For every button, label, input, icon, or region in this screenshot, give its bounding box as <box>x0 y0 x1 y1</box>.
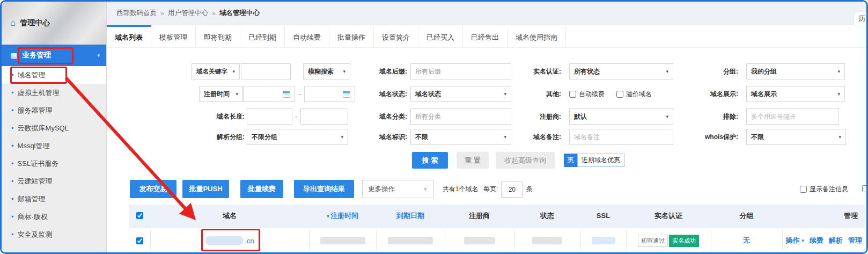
suffix-input[interactable] <box>410 63 511 79</box>
tab-guide[interactable]: 域名使用指南 <box>507 25 566 47</box>
registrar-select[interactable]: 默认 ▾ <box>569 108 673 125</box>
sidebar-item-label: 云建站管理 <box>18 177 53 186</box>
sidebar-item-label: 邮箱管理 <box>18 194 46 204</box>
col-expire-date[interactable]: 到期日期 <box>376 205 445 227</box>
bullet-icon: • <box>11 177 14 185</box>
publish-trade-button[interactable]: 发布交易 <box>130 180 176 198</box>
sidebar-item-vhost[interactable]: • 虚拟主机管理 <box>2 84 106 101</box>
sidebar-item-mysql[interactable]: • 云数据库MySQL <box>2 119 106 137</box>
whois-select[interactable]: 不限 ▾ <box>746 129 846 145</box>
history-corner-tab[interactable]: 历 <box>854 12 867 26</box>
more-actions-select[interactable]: 更多操作 ▼ <box>362 180 434 198</box>
sidebar-item-trademark[interactable]: • 商标·版权 <box>2 208 106 226</box>
sidebar-item-domain[interactable]: • 域名管理 <box>2 66 106 84</box>
tab-profile-setting[interactable]: 设置简介 <box>374 25 418 47</box>
chevron-down-icon: ▾ <box>504 91 506 97</box>
tab-bought[interactable]: 已经买入 <box>418 25 463 47</box>
other-label: 其他: <box>525 86 561 102</box>
tab-expired[interactable]: 已经到期 <box>240 25 285 47</box>
domain-cell[interactable]: .cn <box>150 228 309 253</box>
status-select[interactable]: 域名状态 ▾ <box>410 86 511 102</box>
range-dash: - <box>296 86 303 102</box>
realname-success-badge: 实名成功 <box>669 235 699 247</box>
exclude-input[interactable] <box>746 108 839 125</box>
tab-domain-list[interactable]: 域名列表 <box>107 25 151 47</box>
sidebar-item-mail[interactable]: • 邮箱管理 <box>2 190 106 208</box>
tab-auto-renew[interactable]: 自动续费 <box>285 25 329 47</box>
select-all-cell <box>129 205 150 227</box>
tab-expiring[interactable]: 即将到期 <box>196 25 240 47</box>
display-select[interactable]: 域名展示 ▾ <box>746 86 845 102</box>
breadcrumb-home[interactable]: 西部数码首页 <box>116 9 157 18</box>
tag-select[interactable]: 不限 ▾ <box>410 129 511 145</box>
auto-renew-checkbox[interactable] <box>569 91 576 98</box>
calendar-icon[interactable] <box>343 91 350 98</box>
reset-button[interactable]: 重 置 <box>457 152 489 169</box>
time-type-select[interactable]: 注册时间 ▾ <box>199 86 243 102</box>
premium-domain-checkbox[interactable] <box>616 91 623 98</box>
row-checkbox[interactable] <box>136 237 143 244</box>
renew-link[interactable]: 续费 <box>810 236 823 245</box>
dns-link[interactable]: 解析 <box>829 236 843 245</box>
length-max-input[interactable] <box>300 108 348 125</box>
tab-batch-ops[interactable]: 批量操作 <box>329 25 374 47</box>
select-all-checkbox[interactable] <box>136 212 143 219</box>
batch-push-button[interactable]: 批量PUSH <box>182 180 229 198</box>
breadcrumb-user-center[interactable]: 用户管理中心 <box>168 9 208 18</box>
show-remark-checkbox[interactable] <box>800 186 807 193</box>
auto-renew-option[interactable]: 自动续费 <box>569 90 605 99</box>
bullet-icon: • <box>11 124 14 132</box>
group-select[interactable]: 我的分组 ▾ <box>746 63 845 79</box>
clipped-edge-checkbox[interactable] <box>862 185 868 192</box>
chevron-down-icon: ▾ <box>504 134 506 140</box>
manage-link[interactable]: 管理 <box>848 236 862 245</box>
sidebar-item-sitebuilder[interactable]: • 云建站管理 <box>2 172 106 190</box>
promo-link[interactable]: 惠 近期域名优惠 <box>564 154 624 167</box>
show-remark-option[interactable]: 显示备注信息 <box>800 180 848 198</box>
breadcrumb-separator: » <box>212 10 216 17</box>
other-checkboxes: 自动续费 溢价域名 <box>569 86 652 102</box>
chevron-down-icon: ▾ <box>341 134 343 140</box>
sidebar-item-security[interactable]: • 安全及监测 <box>2 226 106 243</box>
date-to-input[interactable] <box>304 86 355 102</box>
category-input[interactable] <box>410 108 511 125</box>
collapse-advanced-button[interactable]: 收起高级查询 <box>496 152 555 169</box>
date-from-input[interactable] <box>243 86 295 102</box>
col-ssl: SSL <box>580 205 626 227</box>
realname-select[interactable]: 所有状态 ▾ <box>569 63 673 79</box>
category-label: 域名分类: <box>371 108 407 125</box>
remark-input[interactable] <box>569 129 673 145</box>
group-label: 分组: <box>702 63 738 79</box>
sidebar-item-mssql[interactable]: • Mssql管理 <box>2 137 106 155</box>
col-domain: 域名 <box>150 205 309 227</box>
keyword-type-select[interactable]: 域名关键字 ▾ <box>192 63 240 79</box>
col-reg-date[interactable]: ▾注册时间 <box>309 205 376 227</box>
bullet-icon: • <box>11 106 14 114</box>
length-min-input[interactable] <box>247 108 292 125</box>
dns-group-select[interactable]: 不限分组 ▾ <box>247 129 348 145</box>
sidebar-item-label: 虚拟主机管理 <box>18 88 60 98</box>
sidebar-item-server[interactable]: • 服务器管理 <box>2 101 106 119</box>
exclude-label: 排除: <box>714 108 738 125</box>
suffix-label: 域名后缀: <box>366 63 407 79</box>
sidebar-item-label: 云数据库MySQL <box>18 124 69 133</box>
sidebar-group-business[interactable]: ▦ 业务管理 ▾ <box>2 45 106 66</box>
per-page-input[interactable]: 20 <box>501 182 523 198</box>
fuzzy-search-select[interactable]: 模糊搜索 ▾ <box>303 63 350 79</box>
group-cell[interactable]: 无 <box>711 228 782 253</box>
remark-label: 域名备注: <box>526 129 561 145</box>
action-dropdown[interactable]: 操作 <box>785 236 799 245</box>
tab-sold[interactable]: 已经售出 <box>463 25 507 47</box>
breadcrumb-separator: » <box>160 10 164 17</box>
sidebar-item-ssl[interactable]: • SSL证书服务 <box>2 155 106 172</box>
export-results-button[interactable]: 导出查询结果 <box>294 180 354 198</box>
premium-domain-option[interactable]: 溢价域名 <box>616 90 652 99</box>
sidebar-item-label: 商标·版权 <box>18 212 48 222</box>
batch-renew-button[interactable]: 批量续费 <box>240 180 283 198</box>
bullet-icon: • <box>11 142 14 150</box>
tab-template[interactable]: 模板管理 <box>151 25 196 47</box>
search-button[interactable]: 搜 索 <box>412 152 448 169</box>
keyword-input[interactable] <box>241 63 291 79</box>
calendar-icon[interactable] <box>283 91 290 98</box>
realname-cell: 初审通过 实名成功 <box>626 228 711 253</box>
